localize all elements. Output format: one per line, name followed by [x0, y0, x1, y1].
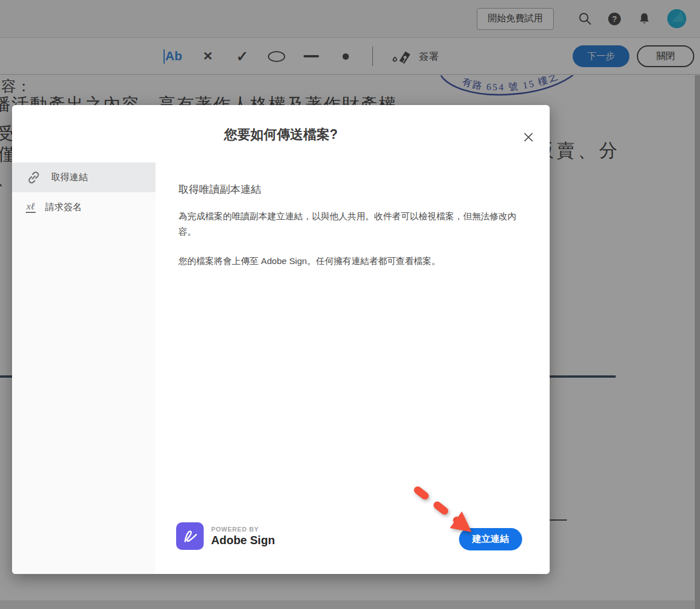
dialog-title: 您要如何傳送檔案?	[12, 126, 550, 143]
powered-by-label: POWERED BY	[211, 526, 275, 533]
panel-description: 為完成檔案的唯讀副本建立連結，以與他人共用。收件者可以檢視檔案，但無法修改內容。	[178, 208, 521, 239]
adobe-sign-brand: Adobe Sign	[211, 534, 275, 547]
signature-icon: xℓ	[26, 201, 36, 214]
sidebar-item-label: 請求簽名	[45, 201, 82, 214]
sidebar-item-request-signatures[interactable]: xℓ 請求簽名	[12, 192, 155, 222]
panel-heading: 取得唯讀副本連結	[178, 183, 521, 196]
dialog-sidebar: 取得連結 xℓ 請求簽名	[12, 162, 155, 574]
sidebar-item-label: 取得連結	[51, 172, 88, 184]
create-link-button[interactable]: 建立連結	[459, 528, 522, 550]
dialog-content: 取得唯讀副本連結 為完成檔案的唯讀副本建立連結，以與他人共用。收件者可以檢視檔案…	[155, 162, 550, 574]
panel-upload-note: 您的檔案將會上傳至 Adobe Sign。任何擁有連結者都可查看檔案。	[178, 253, 521, 269]
close-icon[interactable]	[521, 130, 536, 145]
send-file-dialog: 您要如何傳送檔案? 取得連結 xℓ 請求簽名	[12, 105, 550, 574]
sidebar-item-get-link[interactable]: 取得連結	[12, 162, 155, 192]
powered-by-block: POWERED BY Adobe Sign	[176, 522, 275, 550]
dialog-body: 取得連結 xℓ 請求簽名 取得唯讀副本連結 為完成檔案的唯讀副本建立連結，以與他…	[12, 162, 550, 574]
adobe-sign-logo-icon	[176, 522, 204, 550]
link-icon	[26, 170, 41, 185]
